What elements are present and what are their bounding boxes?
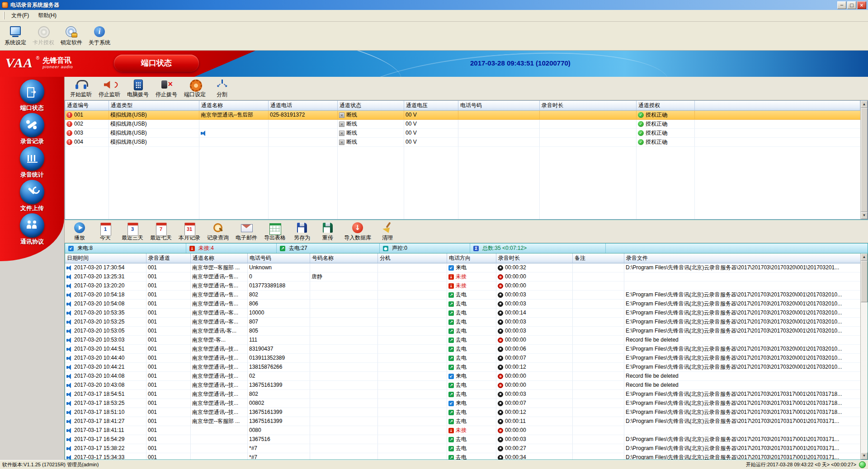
cell <box>269 129 338 138</box>
record-row[interactable]: 2017-03-17 18:41:27001南京华罡--客服部 ...13675… <box>65 417 860 426</box>
sidebar-item-recording-statistics[interactable]: 录音统计 <box>0 146 64 180</box>
start-monitor-button[interactable]: 开始监听 <box>67 78 94 99</box>
record-row[interactable]: 2017-03-17 16:54:290011367516↗去电00:00:03… <box>65 435 860 444</box>
port-row[interactable]: !003模拟线路(USB)×断线00 V✓授权正确 <box>65 129 860 138</box>
column-header-7[interactable]: 录音时长 <box>540 101 637 111</box>
record-file: E:\Program Files\先锋音讯(北京)云录音服务器\2017\201… <box>626 355 842 361</box>
sidebar-item-port-status[interactable]: 端口状态 <box>0 80 64 113</box>
record-row[interactable]: 2017-03-20 10:44:51001南京华罡通讯--技...831904… <box>65 345 860 354</box>
recording-statistics-icon <box>26 152 38 165</box>
today-button[interactable]: 今天 <box>93 220 118 242</box>
column-header-3[interactable]: 通道电话 <box>269 101 338 111</box>
port-table-scrollbar[interactable]: ▲ ▼ <box>860 101 868 219</box>
speaker-icon <box>66 437 72 442</box>
column-header-6[interactable]: 电话号码 <box>458 101 540 111</box>
column-header-1[interactable]: 通道类型 <box>109 101 199 111</box>
record-row[interactable]: 2017-03-20 10:54:18001南京华罡通讯--售...802↗去电… <box>65 291 860 300</box>
record-row[interactable]: 2017-03-17 18:41:110010080↓未接00:00:00 <box>65 426 860 435</box>
column-header-5[interactable]: 分机 <box>378 253 447 263</box>
record-row[interactable]: 2017-03-20 13:20:20001南京华罡通讯--售...013773… <box>65 281 860 291</box>
column-header-8[interactable]: 通道授权 <box>637 101 695 111</box>
last-3-days-button[interactable]: 最近三天 <box>119 220 146 242</box>
save-as-button[interactable]: 另存为 <box>290 220 314 242</box>
record-row[interactable]: 2017-03-20 10:54:08001南京华罡通讯--售...806↗去电… <box>65 300 860 309</box>
column-header-1[interactable]: 录音通道 <box>146 253 191 263</box>
column-header-2[interactable]: 通道名称 <box>191 253 248 263</box>
record-row[interactable]: 2017-03-20 10:44:21001南京华罡通讯--技...138158… <box>65 363 860 372</box>
port-row[interactable]: !004模拟线路(USB)×断线00 V✓授权正确 <box>65 138 860 147</box>
pc-dial-button[interactable]: 电脑拨号 <box>124 78 151 99</box>
cell: 83190437 <box>248 345 310 354</box>
record-row[interactable]: 2017-03-20 10:44:40001南京华罡通讯--技...013911… <box>65 354 860 363</box>
maximize-button[interactable]: □ <box>847 1 856 9</box>
import-database-button[interactable]: 导入数据库 <box>341 220 374 242</box>
scroll-track[interactable] <box>861 261 868 452</box>
card-authorization-button[interactable]: 卡片授权 <box>30 23 57 50</box>
lock-software-button[interactable]: 锁定软件 <box>58 23 85 50</box>
column-header-3[interactable]: 电话号码 <box>248 253 310 263</box>
duration: 00:00:12 <box>505 409 526 415</box>
record-row[interactable]: 2017-03-20 10:53:03001南京华罡-客...111↗去电00:… <box>65 336 860 345</box>
record-row[interactable]: 2017-03-20 17:30:54001南京华罡--客服部 ...Unkno… <box>65 263 860 272</box>
export-table-button[interactable]: 导出表格 <box>261 220 288 242</box>
scroll-thumb[interactable] <box>861 108 868 212</box>
close-button[interactable]: × <box>857 1 866 9</box>
scroll-up-button[interactable]: ▲ <box>861 253 868 261</box>
port-settings-button[interactable]: 端口设定 <box>181 78 208 99</box>
scroll-down-button[interactable]: ▼ <box>861 452 868 460</box>
scroll-thumb[interactable] <box>861 261 868 302</box>
sidebar-item-recording-records[interactable]: 录音记录 <box>0 113 64 146</box>
scroll-track[interactable] <box>861 108 868 212</box>
email-icon <box>240 222 253 234</box>
record-row[interactable]: 2017-03-17 18:53:25001南京华罡通讯--技...00802↙… <box>65 399 860 408</box>
record-row[interactable]: 2017-03-17 15:38:22001*#7↗去电00:00:27D:\P… <box>65 444 860 453</box>
record-row[interactable]: 2017-03-20 13:25:31001南京华罡通讯--售...0唐静↓未接… <box>65 272 860 281</box>
record-row[interactable]: 2017-03-17 15:34:33001*#7↗去电00:00:34D:\P… <box>65 453 860 460</box>
minimize-button[interactable]: ─ <box>837 1 846 9</box>
records-table-scrollbar[interactable]: ▲ ▼ <box>860 253 868 460</box>
column-header-0[interactable]: 通道编号 <box>65 101 109 111</box>
record-row[interactable]: 2017-03-17 18:51:10001南京华罡通讯--技...136751… <box>65 408 860 417</box>
record-row[interactable]: 2017-03-20 10:53:35001南京华罡通讯--客...10000↗… <box>65 309 860 318</box>
column-header-8[interactable]: 备注 <box>573 253 624 263</box>
record-row[interactable]: 2017-03-17 18:54:51001南京华罡通讯--技...802↗去电… <box>65 390 860 399</box>
record-time: 2017-03-20 13:20:20 <box>74 282 124 289</box>
port-row[interactable]: !001模拟线路(USB)南京华罡通讯--售后部025-83191372×断线0… <box>65 111 860 120</box>
column-header-4[interactable]: 号码名称 <box>310 253 378 263</box>
menu-file[interactable]: 文件(F) <box>7 10 33 21</box>
scroll-down-button[interactable]: ▼ <box>861 212 868 219</box>
menu-help[interactable]: 帮助(H) <box>33 10 61 21</box>
last-7-days-button[interactable]: 最近七天 <box>147 220 175 242</box>
record-row[interactable]: 2017-03-20 10:53:05001南京华罡通讯-客...805↗去电0… <box>65 327 860 336</box>
column-header-4[interactable]: 通道状态 <box>338 101 404 111</box>
stop-monitor-button[interactable]: 停止监听 <box>96 78 123 99</box>
port-row[interactable]: !002模拟线路(USB)×断线00 V✓授权正确 <box>65 120 860 129</box>
column-header-6[interactable]: 电话方向 <box>447 253 496 263</box>
split-button[interactable]: 分割 <box>210 78 234 99</box>
record-row[interactable]: 2017-03-20 10:44:08001南京华罡通讯--技...02↙来电0… <box>65 372 860 381</box>
cleanup-button[interactable]: 清理 <box>375 220 400 242</box>
sidebar-item-file-upload[interactable]: 文件上传 <box>0 180 64 213</box>
email-button[interactable]: 电子邮件 <box>233 220 260 242</box>
record-row[interactable]: 2017-03-20 10:53:25001南京华罡通讯--客...807↗去电… <box>65 318 860 327</box>
scroll-up-button[interactable]: ▲ <box>861 101 868 108</box>
sidebar-item-communication-protocol[interactable]: 通讯协议 <box>0 213 64 247</box>
record-row[interactable]: 2017-03-20 10:43:08001南京华罡通讯--技...136751… <box>65 381 860 390</box>
column-header-2[interactable]: 通道名称 <box>199 101 269 111</box>
call-direction-icon: ↗ <box>448 347 454 352</box>
stop-dial-button[interactable]: 停止拨号 <box>153 78 180 99</box>
system-settings-button[interactable]: 系统设定 <box>2 23 29 50</box>
cell: 001 <box>146 417 191 426</box>
record-time: 2017-03-20 10:43:08 <box>74 382 124 388</box>
record-search-button[interactable]: 记录查询 <box>204 220 231 242</box>
column-header-9[interactable]: 录音文件 <box>624 253 860 263</box>
play-button[interactable]: 播放 <box>67 220 92 242</box>
column-header-5[interactable]: 通道电压 <box>404 101 458 111</box>
column-header-7[interactable]: 录音时长 <box>496 253 573 263</box>
voice-activated-count-label: 声控:0 <box>392 244 407 252</box>
this-month-button[interactable]: 本月记录 <box>176 220 203 242</box>
resend-button[interactable]: 重传 <box>316 220 340 242</box>
column-header-0[interactable]: 日期时间 <box>65 253 146 263</box>
channel-status: 断线 <box>346 121 357 127</box>
about-system-button[interactable]: 关于系统 <box>86 23 113 50</box>
